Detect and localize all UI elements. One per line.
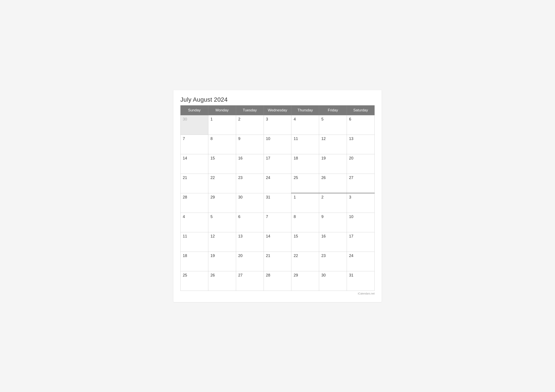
header-day-friday: Friday [319,105,347,115]
calendar-cell: 28 [181,193,208,213]
calendar-cell: 23 [236,174,264,193]
calendar-row: 28293031123 [181,193,375,213]
calendar-cell: 1 [208,115,236,135]
calendar-cell: 3 [347,193,375,213]
calendar-cell: 30 [181,115,208,135]
calendar-cell: 3 [264,115,291,135]
calendar-cell: 7 [264,213,291,232]
calendar-cell: 2 [236,115,264,135]
calendar-cell: 23 [319,252,347,271]
calendar-cell: 25 [291,174,319,193]
calendar-cell: 21 [264,252,291,271]
calendar-row: 14151617181920 [181,154,375,174]
calendar-cell: 25 [181,271,208,290]
calendar-cell: 16 [236,154,264,174]
calendar-cell: 11 [291,135,319,154]
calendar-cell: 19 [319,154,347,174]
header-day-saturday: Saturday [347,105,375,115]
calendar-cell: 26 [319,174,347,193]
calendar-row: 30123456 [181,115,375,135]
calendar-cell: 26 [208,271,236,290]
calendar-cell: 30 [236,193,264,213]
calendar-cell: 27 [236,271,264,290]
calendar-cell: 18 [291,154,319,174]
calendar-cell: 10 [264,135,291,154]
calendar-cell: 13 [347,135,375,154]
calendar-cell: 14 [264,232,291,252]
calendar-cell: 16 [319,232,347,252]
calendar-cell: 5 [208,213,236,232]
calendar-cell: 8 [208,135,236,154]
calendar-cell: 9 [236,135,264,154]
calendar-row: 11121314151617 [181,232,375,252]
calendar-row: 21222324252627 [181,174,375,193]
header-day-sunday: Sunday [181,105,208,115]
calendar-cell: 31 [347,271,375,290]
calendar-cell: 10 [347,213,375,232]
calendar-cell: 22 [208,174,236,193]
calendar-cell: 13 [236,232,264,252]
header-day-wednesday: Wednesday [264,105,291,115]
calendar-cell: 11 [181,232,208,252]
calendar-cell: 14 [181,154,208,174]
calendar-cell: 6 [236,213,264,232]
calendar-cell: 29 [208,193,236,213]
calendar-cell: 28 [264,271,291,290]
header-day-monday: Monday [208,105,236,115]
header-day-tuesday: Tuesday [236,105,264,115]
calendar-cell: 15 [291,232,319,252]
header-day-thursday: Thursday [291,105,319,115]
calendar-cell: 24 [347,252,375,271]
calendar-cell: 17 [264,154,291,174]
footer: iCalendars.net [180,292,375,295]
calendar-cell: 7 [181,135,208,154]
calendar-cell: 20 [236,252,264,271]
calendar-cell: 21 [181,174,208,193]
calendar-cell: 5 [319,115,347,135]
calendar-cell: 4 [181,213,208,232]
calendar-container: July August 2024 SundayMondayTuesdayWedn… [174,90,381,302]
calendar-cell: 27 [347,174,375,193]
calendar-cell: 30 [319,271,347,290]
calendar-row: 45678910 [181,213,375,232]
calendar-cell: 18 [181,252,208,271]
calendar-cell: 1 [291,193,319,213]
calendar-cell: 12 [208,232,236,252]
calendar-cell: 8 [291,213,319,232]
calendar-cell: 6 [347,115,375,135]
calendar-cell: 20 [347,154,375,174]
calendar-table: SundayMondayTuesdayWednesdayThursdayFrid… [180,105,375,291]
calendar-cell: 4 [291,115,319,135]
calendar-title: July August 2024 [180,96,375,103]
calendar-cell: 22 [291,252,319,271]
calendar-row: 78910111213 [181,135,375,154]
calendar-cell: 12 [319,135,347,154]
calendar-cell: 9 [319,213,347,232]
calendar-cell: 15 [208,154,236,174]
calendar-cell: 2 [319,193,347,213]
calendar-cell: 31 [264,193,291,213]
calendar-cell: 19 [208,252,236,271]
header-row: SundayMondayTuesdayWednesdayThursdayFrid… [181,105,375,115]
calendar-row: 18192021222324 [181,252,375,271]
calendar-row: 25262728293031 [181,271,375,290]
calendar-cell: 24 [264,174,291,193]
calendar-cell: 17 [347,232,375,252]
calendar-cell: 29 [291,271,319,290]
footer-text: iCalendars.net [358,292,375,295]
